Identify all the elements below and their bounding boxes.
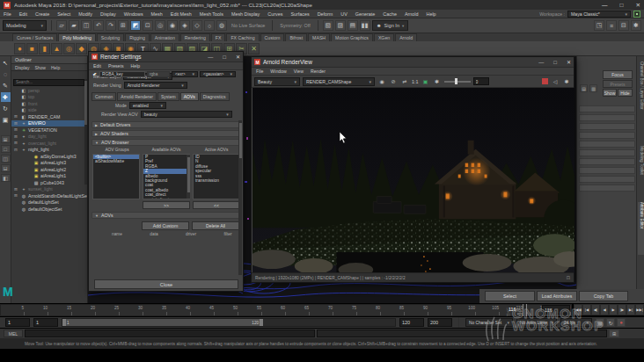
playback-start-field[interactable] — [33, 318, 58, 327]
list-item[interactable]: coat_indirect — [143, 198, 189, 199]
menu-item[interactable]: Mesh Tools — [200, 11, 223, 17]
outliner-search-input[interactable] — [13, 79, 84, 86]
close-icon[interactable]: ✕ — [567, 59, 571, 65]
playback-end-field[interactable] — [399, 318, 424, 327]
current-time-marker[interactable] — [523, 304, 527, 316]
tool-icon[interactable]: ✎ — [1, 81, 11, 90]
expand-icon[interactable]: ⊟ — [14, 148, 19, 152]
expand-icon[interactable]: ⊞ — [14, 187, 19, 192]
layout-icon[interactable]: ⊞ — [1, 135, 11, 143]
expand-icon[interactable]: ⊞ — [14, 127, 19, 132]
timeline-tick[interactable]: 95 — [428, 305, 452, 315]
shelf-tab[interactable]: Custom — [260, 33, 285, 41]
minimize-icon[interactable]: — — [602, 2, 608, 8]
attribute-section-row[interactable] — [579, 114, 635, 121]
outliner-item[interactable]: ⊞ + day_light — [11, 134, 87, 141]
aov-groups-list[interactable]: <builtin>aiShadowMatte — [92, 154, 140, 199]
maximize-icon[interactable]: □ — [620, 2, 624, 8]
sign-in-button[interactable]: ☻ Sign In ▾ — [372, 20, 409, 31]
toolbar-icon[interactable]: ◈ — [179, 20, 190, 31]
outliner-item[interactable]: ⊟ + night_light — [11, 147, 87, 154]
outliner-item[interactable]: ▣ aiAreaLight3 — [11, 160, 87, 167]
outliner-scrollbar[interactable] — [84, 79, 87, 185]
anim-start-field[interactable] — [5, 318, 30, 327]
toolbar-icon[interactable]: ⊞ — [118, 20, 128, 31]
menu-item[interactable]: Select — [57, 11, 70, 17]
playback-button[interactable]: ◀| — [591, 304, 600, 315]
outliner-item[interactable]: ▣ aiAreaLight2 — [11, 166, 87, 173]
toolbar-icon[interactable]: ▰ — [69, 20, 79, 31]
sidebar-toggle-icon[interactable]: ≡ — [606, 20, 617, 31]
aov-driver-selector[interactable]: <exr> — [172, 71, 198, 77]
section-aov-browser[interactable]: ▼ AOV Browser — [91, 139, 239, 146]
playback-button[interactable]: ◀ — [600, 304, 609, 315]
start-render-icon[interactable]: ◉ — [377, 77, 386, 86]
outliner-item[interactable]: ▣ aiAreaLight1 — [11, 173, 87, 180]
menu-item[interactable]: Edit — [19, 11, 27, 17]
toolbar-icon[interactable]: ▤ — [348, 20, 358, 31]
shelf-tab[interactable]: Bifrost — [285, 33, 307, 41]
menu-item[interactable]: Create — [35, 11, 49, 17]
timeline-tick[interactable]: 105 — [476, 305, 500, 315]
settings-tab[interactable]: Common — [91, 92, 116, 101]
gear-icon[interactable]: ✱ — [562, 77, 571, 86]
layout-icon[interactable]: ◫ — [1, 155, 11, 163]
timeline-tick[interactable]: 80 — [357, 305, 381, 315]
attr-icon[interactable]: ▤ — [580, 84, 588, 92]
camera-selector[interactable]: RENDER_CAMShape — [303, 77, 375, 86]
presets-button[interactable]: Presets — [603, 80, 633, 88]
expand-icon[interactable]: ⊞ — [14, 121, 19, 126]
expand-icon[interactable]: ⊞ — [14, 141, 19, 145]
timeline-tick[interactable]: 50 — [215, 305, 238, 315]
menu-item[interactable]: Arnold — [405, 11, 419, 17]
shelf-tool-icon[interactable]: ■ — [26, 43, 38, 54]
timeline-tick[interactable]: 20 — [72, 305, 96, 315]
tab-attribute-editor[interactable]: Attribute Editor — [638, 202, 644, 255]
outliner-menu-item[interactable]: Show — [34, 65, 46, 70]
list-item[interactable]: aiShadowMatte — [93, 159, 139, 163]
settings-tab[interactable]: Arnold Renderer — [117, 92, 157, 101]
minimize-icon[interactable]: — — [538, 60, 544, 65]
timeline-tick[interactable]: 45 — [191, 305, 215, 315]
toolbar-icon[interactable]: ◫ — [81, 20, 91, 31]
timeline-tick[interactable]: 70 — [310, 305, 333, 315]
outliner-item[interactable]: ⊞ + overcast_light — [11, 140, 87, 147]
shelf-tab[interactable]: Sculpting — [97, 33, 124, 41]
menu-item[interactable]: Cache — [383, 11, 397, 17]
time-slider[interactable]: 5101520253035404550556065707580859095100… — [0, 304, 572, 316]
close-icon[interactable]: ✕ — [636, 2, 640, 9]
speaker-icon[interactable]: ◁ — [551, 77, 560, 86]
attribute-section-row[interactable] — [579, 132, 635, 139]
menu-item[interactable]: Edit — [93, 63, 101, 69]
minimize-icon[interactable]: — — [208, 54, 213, 60]
shelf-tool-icon[interactable]: ◎ — [63, 43, 75, 54]
expand-icon[interactable]: ⊞ — [14, 193, 19, 198]
shelf-tab[interactable]: Arnold — [395, 33, 417, 41]
menu-item[interactable]: Presets — [108, 63, 124, 69]
playback-option-icon[interactable]: ↻ — [606, 318, 615, 327]
toolbar-icon[interactable]: ▮▮ — [360, 20, 370, 31]
remove-aov-button[interactable]: << — [193, 201, 240, 209]
outliner-item[interactable]: ⊞ + sunset_light — [11, 186, 87, 193]
display-settings-icon[interactable]: ✱ — [433, 77, 442, 86]
menu-item[interactable]: Generate — [355, 11, 375, 17]
timeline-tick[interactable]: 5 — [1, 305, 25, 315]
tool-icon[interactable]: ↻ — [1, 104, 11, 113]
close-button[interactable]: Close — [94, 279, 238, 289]
layout-icon[interactable]: ◧ — [1, 174, 11, 182]
toolbar-icon[interactable]: ◎ — [155, 20, 165, 31]
attribute-section-row[interactable] — [579, 158, 635, 165]
fps-selector[interactable]: 24 fps — [560, 318, 592, 327]
hide-button[interactable]: Hide — [618, 89, 633, 97]
tab-modeling-toolkit[interactable]: Modeling Toolkit — [638, 146, 644, 199]
outliner-item[interactable]: ⊞ ✳ VEGETATION — [11, 127, 87, 134]
renderview-titlebar[interactable]: M Arnold RenderView — □ ✕ — [252, 57, 574, 68]
toolbar-icon[interactable]: ▨ — [335, 20, 346, 31]
update-icon[interactable]: ⇄ — [400, 77, 409, 86]
range-slider[interactable]: 1 120 — [62, 318, 396, 327]
active-aovs-list[interactable]: IDNdiffusespecularssstransmission — [193, 154, 240, 199]
toolbar-icon[interactable]: ◉ — [167, 20, 178, 31]
timeline-tick[interactable]: 75 — [333, 305, 357, 315]
zoom-1-1-button[interactable]: 1:1 — [412, 79, 419, 84]
menu-item[interactable]: Render — [311, 69, 326, 74]
